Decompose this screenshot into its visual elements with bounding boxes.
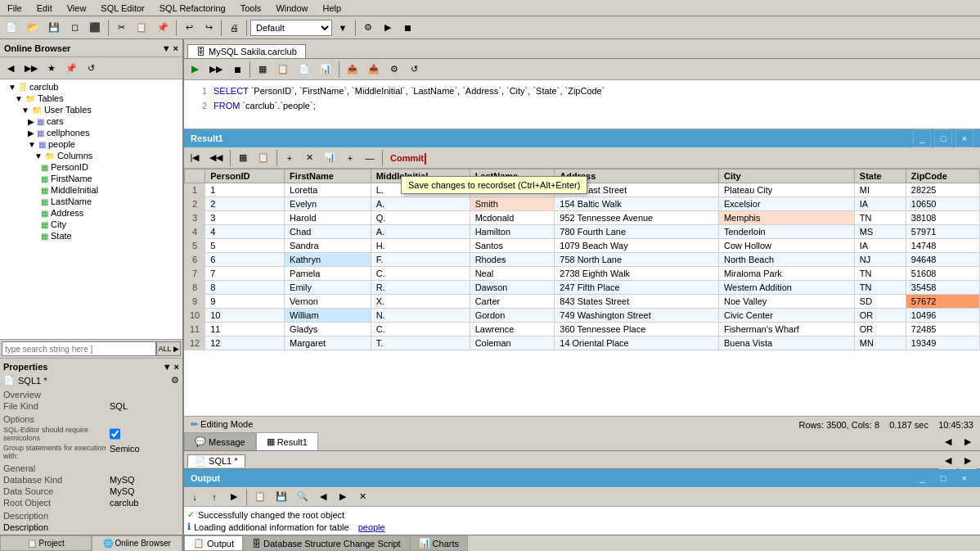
- out-clear-btn[interactable]: ✕: [353, 488, 371, 506]
- run-btn[interactable]: ▶: [186, 61, 204, 79]
- cell-state[interactable]: TN: [854, 281, 906, 295]
- cell-personid[interactable]: 4: [205, 225, 285, 239]
- cell-firstname[interactable]: Gladys: [285, 323, 371, 336]
- search-all-btn[interactable]: ALL ▶: [156, 341, 181, 356]
- cell-state[interactable]: SD: [854, 295, 906, 309]
- cell-address[interactable]: 952 Tennessee Avenue: [555, 211, 719, 225]
- star-btn[interactable]: ★: [43, 59, 61, 77]
- cut-btn[interactable]: ✂: [112, 19, 130, 37]
- cell-city[interactable]: Excelsior: [718, 197, 854, 211]
- chart-result-btn[interactable]: 📊: [320, 149, 339, 167]
- copy-btn[interactable]: 📋: [132, 19, 151, 37]
- query-tab-main[interactable]: 🗄 MySQL Sakila.carclub: [187, 44, 306, 58]
- tb-misc3[interactable]: ⏹: [398, 19, 416, 37]
- cell-state[interactable]: MN: [854, 336, 906, 350]
- cell-personid[interactable]: 6: [205, 253, 285, 267]
- tree-root[interactable]: ▼ 🗄 carclub: [2, 81, 181, 93]
- people-link[interactable]: people: [358, 522, 385, 532]
- table-row[interactable]: 99VernonX.Carter843 States StreetNoe Val…: [185, 295, 980, 309]
- table-row[interactable]: 1010WilliamN.Gordon749 Washington Street…: [185, 309, 980, 323]
- cell-lastname[interactable]: Smith: [470, 197, 555, 211]
- th-address[interactable]: Address: [555, 169, 719, 183]
- table-row[interactable]: 77PamelaC.Neal2738 Eighth WalkMiraloma P…: [185, 267, 980, 281]
- table-row[interactable]: 1212MargaretT.Coleman14 Oriental PlaceBu…: [185, 336, 980, 350]
- search-input[interactable]: [2, 341, 156, 356]
- cell-zipcode[interactable]: 94648: [906, 253, 979, 267]
- cell-personid[interactable]: 5: [205, 239, 285, 253]
- cell-lastname[interactable]: Carter: [470, 295, 555, 309]
- cell-middleinitial[interactable]: F.: [371, 253, 470, 267]
- cell-personid[interactable]: 9: [205, 295, 285, 309]
- cell-middleinitial[interactable]: X.: [371, 295, 470, 309]
- props-general-header[interactable]: General: [3, 463, 179, 474]
- th-personid[interactable]: PersonID: [205, 169, 285, 183]
- sql1-tab[interactable]: 📄 SQL1 *: [187, 454, 245, 467]
- cell-middleinitial[interactable]: N.: [371, 309, 470, 323]
- tree-columns[interactable]: ▼ 📁 Columns: [2, 150, 181, 161]
- tree-col-address[interactable]: ▦ Address: [2, 207, 181, 219]
- cell-zipcode[interactable]: 28225: [906, 183, 979, 197]
- cell-firstname[interactable]: Kathryn: [285, 253, 371, 267]
- cell-city[interactable]: Civic Center: [718, 309, 854, 323]
- cell-personid[interactable]: 8: [205, 281, 285, 295]
- nav-first-btn[interactable]: |◀: [186, 149, 204, 167]
- cell-firstname[interactable]: Margaret: [285, 336, 371, 350]
- run-all-btn[interactable]: ▶▶: [205, 61, 227, 79]
- out-save-btn[interactable]: 💾: [272, 488, 291, 506]
- cell-state[interactable]: OR: [854, 323, 906, 336]
- view-toggle-btn[interactable]: 📋: [254, 149, 273, 167]
- cell-address[interactable]: 758 North Lane: [555, 253, 719, 267]
- import-btn[interactable]: 📥: [364, 61, 384, 79]
- cell-personid[interactable]: 10: [205, 309, 285, 323]
- tb-misc1[interactable]: ⚙: [359, 19, 377, 37]
- cell-lastname[interactable]: Lawrence: [470, 323, 555, 336]
- out-find-prev[interactable]: ◀: [314, 488, 332, 506]
- cell-personid[interactable]: 11: [205, 323, 285, 336]
- cell-city[interactable]: Western Addition: [718, 281, 854, 295]
- cell-personid[interactable]: 7: [205, 267, 285, 281]
- cell-firstname[interactable]: Harold: [285, 211, 371, 225]
- cell-zipcode[interactable]: 14748: [906, 239, 979, 253]
- refresh-btn[interactable]: ↺: [82, 59, 100, 77]
- cell-personid[interactable]: 3: [205, 211, 285, 225]
- th-city[interactable]: City: [718, 169, 854, 183]
- cell-address[interactable]: 1040 East Street: [555, 183, 719, 197]
- result-maximize-btn[interactable]: □: [934, 129, 952, 147]
- table-row[interactable]: 88EmilyR.Dawson247 Fifth PlaceWestern Ad…: [185, 281, 980, 295]
- chart-btn[interactable]: 📊: [316, 61, 335, 79]
- tb-btn2[interactable]: ⬛: [85, 19, 105, 37]
- cell-zipcode[interactable]: 35458: [906, 281, 979, 295]
- panel-controls[interactable]: ▼ ×: [162, 43, 178, 53]
- cell-lastname[interactable]: Gordon: [470, 309, 555, 323]
- cell-city[interactable]: Plateau City: [718, 183, 854, 197]
- menu-tools[interactable]: Tools: [236, 2, 266, 15]
- remove-row-btn[interactable]: —: [361, 149, 379, 167]
- tab-prev-btn[interactable]: ◀: [939, 432, 957, 450]
- cell-zipcode[interactable]: 51608: [906, 267, 979, 281]
- cell-middleinitial[interactable]: C.: [371, 323, 470, 336]
- table-row[interactable]: 44ChadA.Hamilton780 Fourth LaneTenderloi…: [185, 225, 980, 239]
- cell-firstname[interactable]: Emily: [285, 281, 371, 295]
- cell-address[interactable]: 749 Washington Street: [555, 309, 719, 323]
- table-row[interactable]: 22EvelynA.Smith154 Baltic WalkExcelsiorI…: [185, 197, 980, 211]
- output-minimize-btn[interactable]: _: [913, 469, 931, 487]
- cell-state[interactable]: MI: [854, 183, 906, 197]
- cell-state[interactable]: IA: [854, 197, 906, 211]
- tree-col-state[interactable]: ▦ State: [2, 230, 181, 242]
- th-middleinit[interactable]: MiddleInitial: [371, 169, 470, 183]
- cell-firstname[interactable]: Evelyn: [285, 197, 371, 211]
- table-row[interactable]: 11LorettaL.Bowman1040 East StreetPlateau…: [185, 183, 980, 197]
- cell-personid[interactable]: 1: [205, 183, 285, 197]
- cell-lastname[interactable]: Santos: [470, 239, 555, 253]
- cell-firstname[interactable]: Pamela: [285, 267, 371, 281]
- tree-col-personid[interactable]: ▦ PersonID: [2, 161, 181, 173]
- tree-col-firstname[interactable]: ▦ FirstName: [2, 173, 181, 184]
- table-row[interactable]: 66KathrynF.Rhodes758 North LaneNorth Bea…: [185, 253, 980, 267]
- cell-state[interactable]: MS: [854, 225, 906, 239]
- menu-window[interactable]: Window: [272, 2, 312, 15]
- select-all-btn[interactable]: ▦: [234, 149, 252, 167]
- cell-zipcode[interactable]: 19349: [906, 336, 979, 350]
- cell-personid[interactable]: 12: [205, 336, 285, 350]
- cell-address[interactable]: 154 Baltic Walk: [555, 197, 719, 211]
- nav-prev-btn[interactable]: ◀◀: [205, 149, 227, 167]
